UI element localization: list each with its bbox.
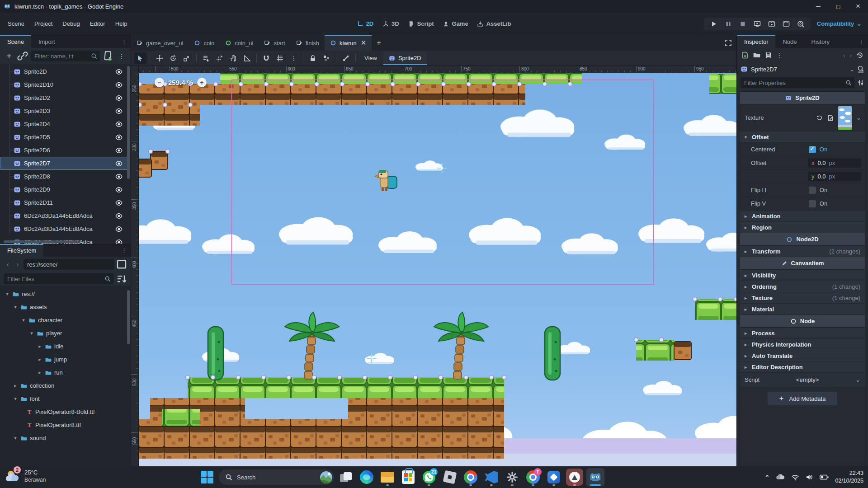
clock[interactable]: 22:43 02/10/2025 — [835, 469, 863, 485]
tab-node[interactable]: Node — [775, 35, 804, 48]
rotate-tool-button[interactable] — [167, 52, 179, 64]
scene-filter-input[interactable] — [31, 51, 100, 61]
tab-inspector[interactable]: Inspector — [737, 35, 775, 48]
scene-tree-horizontal-scrollbar[interactable] — [4, 240, 80, 243]
tab-import[interactable]: Import — [31, 35, 62, 48]
section-auto-translate[interactable]: ▸Auto Translate — [740, 350, 865, 361]
visibility-eye-icon[interactable] — [115, 199, 123, 206]
ruler-tool-button[interactable] — [241, 52, 253, 64]
roblox-icon[interactable] — [441, 468, 459, 486]
fs-row[interactable]: ▾assets — [0, 300, 131, 314]
property-tools-icon[interactable] — [857, 79, 864, 86]
fs-row[interactable]: ▸collection — [0, 379, 131, 392]
visibility-eye-icon[interactable] — [115, 68, 123, 75]
fs-row[interactable]: ▸jump — [0, 353, 131, 366]
vscode-icon[interactable] — [482, 468, 500, 486]
history-back-icon[interactable]: ‹ — [843, 52, 845, 59]
add-node-button[interactable]: + — [4, 51, 14, 61]
flip-v-checkbox[interactable] — [809, 200, 816, 207]
tab-history[interactable]: History — [804, 35, 837, 48]
menu-scene[interactable]: Scene — [3, 17, 29, 31]
property-texture[interactable]: Texture ⌄ — [740, 104, 865, 131]
snap-options-icon[interactable]: ⋮ — [287, 52, 300, 64]
history-forward-icon[interactable]: › — [850, 52, 852, 59]
scene-tree-menu-icon[interactable]: ⋮ — [116, 51, 127, 61]
chevron-down-icon[interactable]: ⌄ — [856, 114, 861, 121]
tree-row[interactable]: Sprite2D6 — [0, 144, 128, 157]
sort-files-icon[interactable] — [116, 273, 127, 284]
wifi-icon[interactable] — [791, 473, 799, 481]
view-menu-button[interactable]: View — [359, 52, 382, 64]
tree-row[interactable]: Sprite2D11 — [0, 196, 128, 209]
offset-x-field[interactable]: x0.0px — [808, 158, 861, 168]
menu-editor[interactable]: Editor — [85, 17, 110, 31]
tree-row[interactable]: Sprite2D10 — [0, 78, 128, 91]
taskbar-search[interactable]: Search — [219, 469, 334, 485]
volume-icon[interactable] — [805, 473, 813, 481]
scene-tab-kiwrun[interactable]: kiwrun✕ — [325, 35, 372, 51]
attach-script-button[interactable] — [103, 51, 113, 61]
object-history-icon[interactable] — [856, 52, 863, 59]
expand-viewport-icon[interactable] — [720, 35, 736, 51]
stop-button[interactable] — [739, 20, 746, 28]
scene-tree-vertical-scrollbar[interactable] — [127, 66, 130, 179]
workspace-tab-script[interactable]: Script — [408, 20, 434, 27]
pivot-tool-button[interactable] — [213, 52, 226, 64]
game-canvas[interactable] — [139, 73, 736, 466]
minimize-button[interactable]: ─ — [808, 0, 828, 13]
skeleton-options-button[interactable] — [340, 52, 352, 64]
tree-row[interactable]: 6Dc2Ad3Da1445Ed8Adca — [0, 209, 128, 222]
filesystem-menu-icon[interactable]: ⋮ — [121, 244, 131, 257]
renderer-selector[interactable]: Compatibility⌄ — [817, 20, 862, 27]
ide-app-icon[interactable] — [566, 468, 584, 486]
nav-back-icon[interactable]: ‹ — [4, 261, 12, 268]
tree-row-selected[interactable]: Sprite2D7 — [0, 157, 128, 170]
fs-row[interactable]: ŦPixelOperator8-Bold.ttf — [0, 405, 131, 418]
tree-row[interactable]: Sprite2D9 — [0, 183, 128, 196]
filter-properties-input[interactable] — [741, 77, 854, 88]
new-resource-button[interactable] — [741, 52, 749, 59]
visibility-eye-icon[interactable] — [115, 212, 123, 220]
edge-icon[interactable] — [358, 468, 376, 486]
section-material[interactable]: ▸Material — [740, 304, 865, 315]
tree-row[interactable]: Sprite2D2 — [0, 91, 128, 104]
tree-row[interactable]: Sprite2D4 — [0, 117, 128, 131]
scale-tool-button[interactable] — [180, 52, 193, 64]
chrome-icon[interactable] — [462, 468, 480, 486]
dock-menu-icon[interactable]: ⋮ — [121, 35, 131, 48]
visibility-eye-icon[interactable] — [115, 94, 123, 102]
fs-row[interactable]: ▾character — [0, 314, 131, 327]
fs-row[interactable]: ▸idle — [0, 340, 131, 353]
open-docs-icon[interactable] — [857, 66, 864, 73]
settings-icon[interactable] — [503, 468, 521, 486]
section-transform[interactable]: ▸Transform(2 changes) — [740, 246, 865, 257]
fs-row[interactable]: ▾player — [0, 327, 131, 340]
pan-tool-button[interactable] — [227, 52, 240, 64]
zoom-in-button[interactable]: + — [197, 78, 207, 87]
play-scene-button[interactable] — [754, 20, 761, 28]
menu-project[interactable]: Project — [29, 17, 57, 31]
tab-scene[interactable]: Scene — [0, 35, 31, 48]
godot-taskbar-icon[interactable] — [586, 468, 604, 486]
workspace-tab-assetlib[interactable]: AssetLib — [477, 20, 511, 27]
visibility-eye-icon[interactable] — [115, 225, 123, 233]
visibility-eye-icon[interactable] — [115, 134, 123, 141]
workspace-tab-2d[interactable]: 2D — [357, 20, 373, 27]
zoom-level[interactable]: 259.4 % — [168, 79, 193, 86]
texture-thumbnail[interactable] — [838, 106, 852, 130]
filesystem-path-input[interactable] — [24, 259, 114, 270]
tree-row[interactable]: Sprite2D5 — [0, 131, 128, 144]
instantiate-scene-button[interactable] — [17, 51, 28, 61]
tree-row[interactable]: Sprite2D3 — [0, 104, 128, 117]
whatsapp-icon[interactable]: 21 — [420, 468, 438, 486]
split-view-button[interactable] — [116, 259, 127, 270]
select-tool-button[interactable] — [134, 52, 146, 64]
scene-tab-finish[interactable]: finish — [291, 35, 325, 51]
menu-debug[interactable]: Debug — [57, 17, 85, 31]
chevron-down-icon[interactable]: ⌄ — [855, 376, 860, 383]
fs-row[interactable]: ▾res:// — [0, 287, 131, 300]
menu-help[interactable]: Help — [110, 17, 132, 31]
close-tab-icon[interactable]: ✕ — [361, 39, 367, 47]
inspector-menu-icon[interactable]: ⋮ — [859, 35, 868, 48]
movie-mode-button[interactable] — [797, 20, 804, 28]
